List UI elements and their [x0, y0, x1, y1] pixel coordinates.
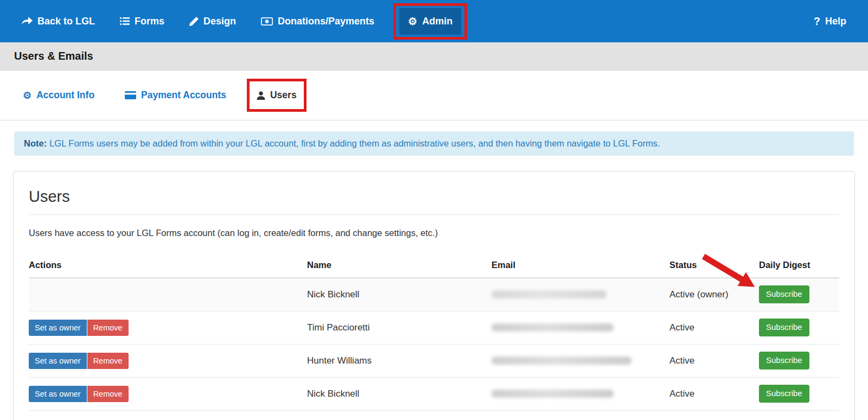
action-buttons: Set as ownerRemove [29, 353, 129, 369]
subscribe-button[interactable]: Subscribe [759, 285, 809, 303]
page-titlebar: Users & Emails [0, 42, 868, 71]
user-status: Active [669, 355, 694, 366]
status-cell: Active (owner) [669, 278, 759, 311]
subscribe-button[interactable]: Subscribe [759, 385, 809, 403]
page-title: Users & Emails [14, 50, 93, 62]
users-table: Actions Name Email Status Daily Digest N… [29, 253, 839, 411]
table-row: Nick Bicknell Active (owner) Subscribe [29, 278, 839, 311]
note-text: LGL Forms users may be added from within… [49, 138, 660, 148]
column-header-name: Name [307, 253, 492, 277]
tab-payment-accounts[interactable]: Payment Accounts [125, 90, 226, 101]
person-icon [257, 91, 265, 100]
table-row: Set as ownerRemove Hunter Williams Activ… [29, 345, 839, 378]
tab-label: Account Info [36, 90, 94, 101]
remove-button[interactable]: Remove [87, 320, 129, 336]
tab-label: Users [270, 90, 297, 101]
status-cell: Active [669, 311, 759, 344]
user-name: Timi Paccioretti [307, 322, 370, 333]
table-row: Set as ownerRemove Timi Paccioretti Acti… [29, 311, 839, 345]
user-name: Hunter Williams [307, 355, 372, 366]
money-icon [261, 17, 273, 26]
status-cell: Active [669, 345, 759, 377]
users-table-header: Actions Name Email Status Daily Digest [29, 253, 839, 278]
nav-item-help[interactable]: ? Help [814, 16, 846, 27]
credit-card-icon [125, 91, 136, 99]
users-panel: Users Users have access to your LGL Form… [13, 171, 855, 420]
daily-digest-cell: Subscribe [759, 311, 839, 344]
subscribe-button[interactable]: Subscribe [759, 319, 809, 336]
tab-account-info[interactable]: ⚙ Account Info [23, 90, 94, 101]
nav-item-admin[interactable]: ⚙ Admin [399, 8, 461, 35]
list-icon [120, 17, 130, 25]
action-buttons: Set as ownerRemove [29, 320, 129, 336]
user-status: Active [669, 322, 694, 333]
remove-button[interactable]: Remove [87, 353, 129, 369]
action-buttons: Set as ownerRemove [29, 386, 129, 402]
tab-users[interactable]: Users [257, 90, 297, 101]
user-status: Active [669, 389, 694, 399]
column-header-daily-digest: Daily Digest [759, 253, 839, 277]
panel-title: Users [29, 188, 839, 206]
email-cell [492, 311, 669, 344]
set-owner-button[interactable]: Set as owner [29, 320, 87, 336]
nav-item-donations-payments[interactable]: Donations/Payments [261, 16, 374, 27]
actions-cell: Set as ownerRemove [29, 345, 307, 377]
actions-cell: Set as ownerRemove [29, 311, 307, 344]
user-name: Nick Bicknell [307, 389, 359, 399]
email-redacted [492, 390, 614, 398]
gear-icon: ⚙ [408, 16, 417, 27]
column-header-actions: Actions [29, 253, 307, 277]
note-banner: Note:LGL Forms users may be added from w… [14, 131, 854, 156]
nav-item-forms[interactable]: Forms [120, 16, 164, 27]
subscribe-button[interactable]: Subscribe [759, 352, 809, 370]
column-header-email: Email [492, 253, 669, 277]
daily-digest-cell: Subscribe [759, 378, 839, 410]
panel-description: Users have access to your LGL Forms acco… [29, 228, 839, 238]
nav-item-label: Design [203, 16, 236, 27]
name-cell: Nick Bicknell [307, 278, 492, 311]
email-redacted [492, 323, 614, 332]
name-cell: Nick Bicknell [307, 378, 492, 410]
nav-item-back-to-lgl[interactable]: Back to LGL [22, 16, 95, 27]
actions-cell [29, 278, 307, 311]
email-cell [492, 345, 669, 377]
name-cell: Timi Paccioretti [307, 311, 492, 344]
daily-digest-cell: Subscribe [759, 278, 839, 311]
question-icon: ? [814, 16, 820, 27]
gear-icon: ⚙ [23, 91, 31, 100]
tab-bar: ⚙ Account Info Payment Accounts Users [0, 71, 868, 120]
nav-item-label: Donations/Payments [278, 16, 374, 27]
nav-item-label: Admin [422, 16, 452, 27]
table-row: Set as ownerRemove Nick Bicknell Active … [29, 378, 839, 411]
note-prefix: Note: [24, 138, 47, 148]
status-cell: Active [669, 378, 759, 410]
nav-item-label: Back to LGL [37, 16, 95, 27]
nav-item-label: Forms [135, 16, 164, 27]
users-table-body: Nick Bicknell Active (owner) Subscribe S… [29, 278, 839, 411]
user-status: Active (owner) [669, 289, 729, 300]
pencil-icon [189, 17, 199, 26]
tab-label: Payment Accounts [141, 90, 226, 101]
email-cell [492, 278, 669, 311]
reply-arrow-icon [22, 17, 33, 26]
remove-button[interactable]: Remove [87, 386, 129, 402]
actions-cell: Set as ownerRemove [29, 378, 307, 410]
user-name: Nick Bicknell [307, 289, 359, 300]
nav-item-design[interactable]: Design [189, 16, 236, 27]
set-owner-button[interactable]: Set as owner [29, 353, 87, 369]
divider [29, 214, 839, 215]
name-cell: Hunter Williams [307, 345, 492, 377]
column-header-status: Status [669, 253, 759, 277]
email-redacted [492, 290, 607, 298]
top-navbar: Back to LGL Forms Design Donations/Payme… [0, 0, 868, 42]
email-redacted [492, 357, 631, 365]
email-cell [492, 378, 669, 410]
set-owner-button[interactable]: Set as owner [29, 386, 87, 402]
nav-item-label: Help [825, 16, 846, 27]
daily-digest-cell: Subscribe [759, 345, 839, 377]
